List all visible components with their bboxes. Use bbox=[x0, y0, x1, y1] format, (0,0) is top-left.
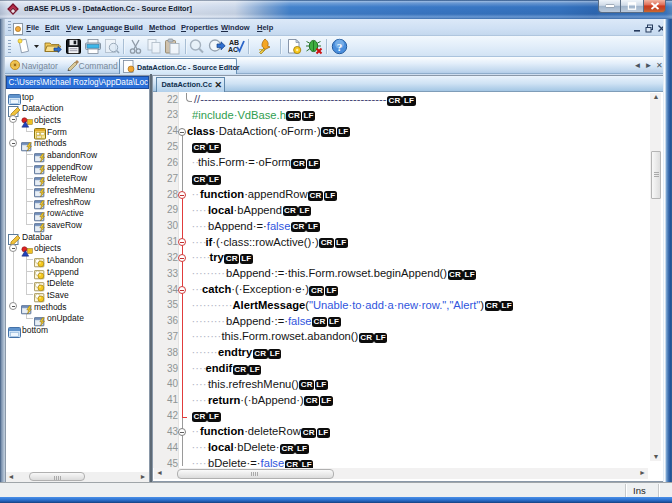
svg-text:?: ? bbox=[336, 41, 342, 53]
svg-text:AC: AC bbox=[228, 46, 238, 53]
svg-text:AB: AB bbox=[229, 39, 239, 46]
